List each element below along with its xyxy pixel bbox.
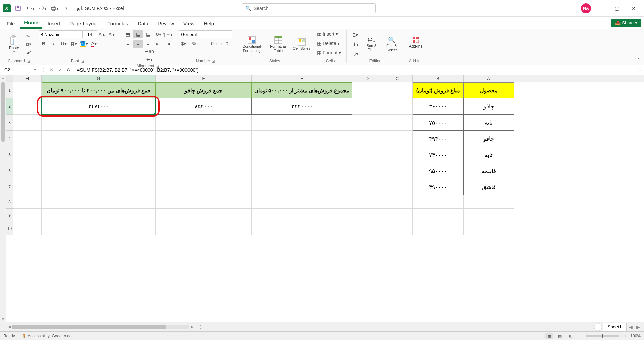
cell-A4[interactable]: چاقو bbox=[464, 131, 514, 147]
cell-C10[interactable] bbox=[382, 222, 413, 235]
align-center-icon[interactable]: ≡ bbox=[133, 40, 143, 48]
fill-color-icon[interactable]: 🪣▾ bbox=[79, 40, 89, 48]
cell-F10[interactable] bbox=[156, 222, 252, 235]
col-header-G[interactable]: G bbox=[42, 75, 156, 82]
fx-icon[interactable]: fx bbox=[65, 66, 73, 74]
cell-E10[interactable] bbox=[252, 222, 352, 235]
tab-help[interactable]: Help bbox=[200, 19, 218, 29]
cell-B9[interactable] bbox=[413, 209, 464, 222]
cell-B1[interactable]: مبلغ فروش (تومان) bbox=[413, 82, 464, 98]
vertical-scrollbar[interactable]: ▲ ▼ bbox=[0, 75, 6, 322]
cell-F9[interactable] bbox=[156, 209, 252, 222]
expand-formula-bar-icon[interactable]: ⌄ bbox=[636, 67, 644, 73]
cell-C4[interactable] bbox=[382, 131, 413, 147]
cell-A9[interactable] bbox=[464, 209, 514, 222]
page-break-view-icon[interactable]: ⊞ bbox=[566, 333, 575, 339]
row-header-1[interactable]: 1 bbox=[6, 82, 13, 98]
cell-F3[interactable] bbox=[156, 115, 252, 131]
increase-decimal-icon[interactable]: .0→ bbox=[209, 40, 219, 48]
decrease-font-icon[interactable]: A▼ bbox=[107, 30, 117, 38]
merge-center-icon[interactable]: ⬌▾ bbox=[143, 56, 155, 63]
cell-D9[interactable] bbox=[352, 209, 382, 222]
cell-F4[interactable] bbox=[156, 131, 252, 147]
cell-G4[interactable] bbox=[42, 131, 156, 147]
cell-E6[interactable] bbox=[252, 163, 352, 179]
font-launcher-icon[interactable]: ◢ bbox=[80, 59, 85, 63]
clipboard-launcher-icon[interactable]: ◢ bbox=[26, 59, 31, 63]
col-header-C[interactable]: C bbox=[382, 75, 413, 82]
undo-icon[interactable]: ▾ bbox=[25, 4, 35, 13]
align-right-icon[interactable]: ≡ bbox=[143, 40, 153, 48]
format-cells-button[interactable]: ▦ Format ▾ bbox=[317, 49, 344, 56]
cell-A8[interactable] bbox=[464, 195, 514, 209]
cell-B2[interactable]: ۳۶۰۰۰۰ bbox=[413, 98, 464, 115]
cell-A1[interactable]: محصول bbox=[464, 82, 514, 98]
percent-icon[interactable]: % bbox=[189, 40, 199, 48]
align-middle-icon[interactable]: ⬓ bbox=[133, 30, 143, 38]
alignment-launcher-icon[interactable]: ◢ bbox=[156, 64, 160, 68]
cell-D1[interactable] bbox=[352, 82, 382, 98]
cell-E7[interactable] bbox=[252, 179, 352, 195]
cell-D5[interactable] bbox=[352, 147, 382, 163]
cell-styles-button[interactable]: Cell Styles bbox=[292, 33, 311, 56]
sort-filter-button[interactable]: ᗩ↓Sort & Filter bbox=[362, 33, 381, 56]
cell-G1[interactable]: جمع فروش‌های بین ۴۰۰,۰۰۰ تا ۹۰۰,۰۰۰ توما… bbox=[42, 82, 156, 98]
close-button[interactable]: ✕ bbox=[626, 3, 641, 13]
cell-H3[interactable] bbox=[13, 115, 42, 131]
cell-G6[interactable] bbox=[42, 163, 156, 179]
increase-indent-icon[interactable]: ⇥ bbox=[163, 40, 173, 48]
zoom-out-button[interactable]: — bbox=[577, 334, 581, 338]
tab-nav-left-icon[interactable]: ◀ bbox=[627, 324, 634, 330]
cell-H8[interactable] bbox=[13, 195, 42, 209]
col-header-D[interactable]: D bbox=[352, 75, 382, 82]
col-header-B[interactable]: B bbox=[413, 75, 464, 82]
number-format-select[interactable] bbox=[179, 30, 232, 38]
cell-D4[interactable] bbox=[352, 131, 382, 147]
cell-E1[interactable]: مجموع فروش‌های بیشتر از ۵۰۰,۰۰۰ تومان bbox=[252, 82, 352, 98]
format-painter-icon[interactable]: 🖌 bbox=[24, 49, 33, 56]
scroll-up-icon[interactable]: ▲ bbox=[0, 75, 6, 81]
align-left-icon[interactable]: ≡ bbox=[123, 40, 133, 48]
cell-B10[interactable] bbox=[413, 222, 464, 235]
col-header-F[interactable]: F bbox=[156, 75, 252, 82]
minimize-button[interactable]: — bbox=[592, 3, 608, 13]
cell-G8[interactable] bbox=[42, 195, 156, 209]
cell-D7[interactable] bbox=[352, 179, 382, 195]
cell-C6[interactable] bbox=[382, 163, 413, 179]
cell-B3[interactable]: ۷۵۰۰۰۰ bbox=[413, 115, 464, 131]
delete-cells-button[interactable]: ▦ Delete ▾ bbox=[317, 40, 344, 47]
cell-F7[interactable] bbox=[156, 179, 252, 195]
align-top-icon[interactable]: ⬒ bbox=[123, 30, 133, 38]
number-launcher-icon[interactable]: ◢ bbox=[211, 59, 215, 63]
row-header-3[interactable]: 3 bbox=[6, 115, 13, 131]
row-header-7[interactable]: 7 bbox=[6, 179, 13, 195]
cell-F6[interactable] bbox=[156, 163, 252, 179]
scroll-down-icon[interactable]: ▼ bbox=[0, 316, 6, 322]
cell-F2[interactable]: ۸۵۴۰۰۰ bbox=[156, 98, 252, 115]
wrap-text-icon[interactable]: ↩ab bbox=[143, 48, 155, 55]
conditional-formatting-button[interactable]: Conditional Formatting bbox=[238, 33, 265, 56]
cell-G5[interactable] bbox=[42, 147, 156, 163]
underline-button[interactable]: U▾ bbox=[59, 40, 69, 48]
zoom-in-button[interactable]: + bbox=[624, 334, 626, 338]
ltr-icon[interactable]: ¶→▾ bbox=[163, 30, 173, 38]
borders-icon[interactable]: ▦▾ bbox=[69, 40, 79, 48]
cell-D8[interactable] bbox=[352, 195, 382, 209]
insert-cells-button[interactable]: ▦ Insert ▾ bbox=[317, 30, 344, 38]
cell-G10[interactable] bbox=[42, 222, 156, 235]
cell-A2[interactable]: چاقو bbox=[464, 98, 514, 115]
maximize-button[interactable]: ▢ bbox=[609, 3, 625, 13]
cut-icon[interactable]: ✂ bbox=[24, 33, 33, 40]
enter-formula-icon[interactable]: ✓ bbox=[56, 66, 64, 74]
scroll-left-icon[interactable]: ◀ bbox=[7, 325, 12, 329]
row-header-9[interactable]: 9 bbox=[6, 209, 13, 222]
cell-H9[interactable] bbox=[13, 209, 42, 222]
scroll-right-icon[interactable]: ▶ bbox=[189, 325, 195, 329]
font-name-select[interactable] bbox=[39, 30, 82, 38]
italic-button[interactable]: I bbox=[49, 40, 59, 48]
cell-A6[interactable]: قابلمه bbox=[464, 163, 514, 179]
autosum-icon[interactable]: Σ▾ bbox=[350, 31, 361, 39]
cell-F1[interactable]: جمع فروش چاقو bbox=[156, 82, 252, 98]
accessibility-status[interactable]: 🧍 Accessibility: Good to go bbox=[22, 334, 72, 338]
tab-home[interactable]: Home bbox=[20, 18, 42, 29]
